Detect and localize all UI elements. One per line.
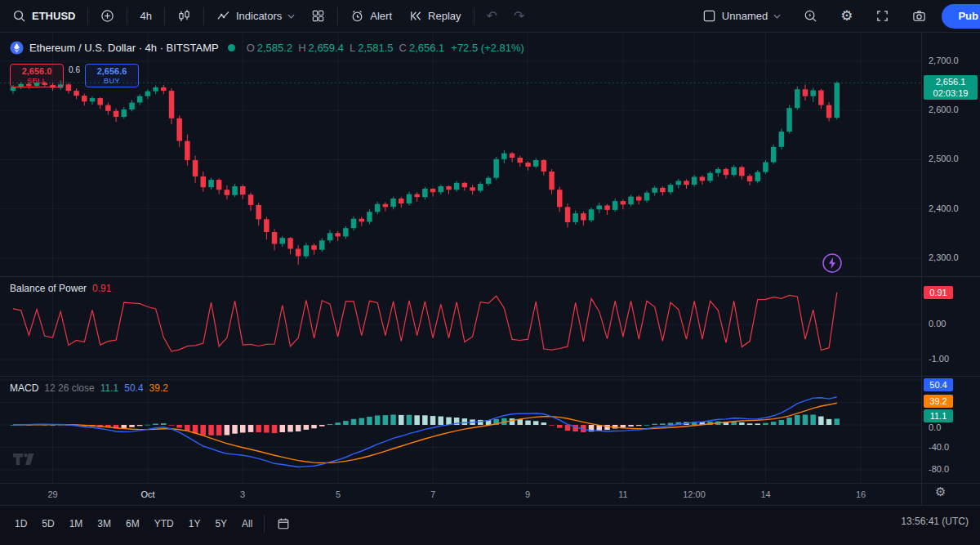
toolbar-separator	[203, 7, 204, 25]
range-button-5d[interactable]: 5D	[35, 515, 60, 533]
fullscreen-button[interactable]	[868, 4, 897, 29]
grid-icon	[311, 9, 325, 23]
price-axis-label: 2,500.0	[929, 154, 959, 165]
replay-button[interactable]: Replay	[401, 4, 468, 29]
alert-button[interactable]: Alert	[343, 4, 399, 29]
quick-search-button[interactable]	[796, 4, 825, 29]
bop-axis-label: -1.00	[929, 354, 949, 365]
chart-type-button[interactable]	[170, 4, 198, 29]
indicators-button[interactable]: Indicators	[209, 4, 302, 29]
layout-button[interactable]: Unnamed	[695, 4, 788, 29]
chevron-down-icon	[287, 14, 295, 19]
toolbar-left-group: ETHUSD 4h Ind	[5, 4, 532, 29]
layout-square-icon	[702, 9, 716, 23]
undo-icon: ↶	[487, 10, 497, 23]
symbol-description[interactable]: Ethereum / U.S. Dollar · 4h · BITSTAMP	[29, 42, 219, 54]
macd-legend: MACD 12 26 close 11.1 50.4 39.2	[10, 382, 168, 394]
price-change: +72.5 (+2.81%)	[451, 42, 524, 54]
snapshot-button[interactable]	[905, 4, 933, 29]
sell-label: SELL	[27, 77, 47, 85]
macd-hist-value: 11.1	[100, 382, 118, 394]
time-axis[interactable]: 29Oct35791112:001416	[0, 483, 980, 505]
macd-axis-label: -40.0	[929, 442, 949, 453]
redo-icon: ↷	[514, 10, 524, 23]
toolbar-separator	[337, 7, 338, 25]
time-axis-label: 3	[240, 489, 245, 499]
toolbar-right-group: Unnamed ⚙	[695, 4, 975, 29]
time-axis-label: Oct	[140, 489, 154, 499]
bop-value: 0.91	[92, 283, 111, 294]
range-button-all[interactable]: All	[235, 515, 259, 533]
time-axis-label: 11	[618, 489, 627, 499]
bop-legend: Balance of Power 0.91	[10, 283, 111, 294]
ohlc-values: O2,585.2H2,659.4L2,581.5C2,656.1+72.5 (+…	[241, 42, 524, 54]
ohlc-value: 2,585.2	[257, 42, 292, 54]
search-icon	[12, 9, 26, 23]
range-button-1y[interactable]: 1Y	[182, 515, 207, 533]
symbol-search-button[interactable]: ETHUSD	[5, 4, 82, 29]
range-toolbar: 1D5D1M3M6MYTD1Y5YAll	[8, 511, 297, 536]
macd-badge: 39.2	[924, 395, 953, 408]
macd-params: 12 26 close	[44, 382, 94, 394]
layout-name-label: Unnamed	[722, 10, 768, 22]
macd-signal-value: 39.2	[149, 382, 168, 394]
indicators-label: Indicators	[236, 10, 282, 22]
date-range-buttons: 1D5D1M3M6MYTD1Y5YAll	[8, 515, 259, 533]
undo-button[interactable]: ↶	[479, 4, 505, 29]
macd-title-label[interactable]: MACD	[10, 382, 38, 394]
camera-icon	[912, 9, 926, 23]
time-axis-label: 29	[47, 489, 57, 499]
macd-axis-label: -80.0	[929, 464, 949, 476]
redo-button[interactable]: ↷	[506, 4, 532, 29]
clock[interactable]: 13:56:41 (UTC)	[901, 516, 969, 527]
range-button-1d[interactable]: 1D	[8, 515, 33, 533]
toolbar-separator	[474, 7, 474, 25]
range-button-6m[interactable]: 6M	[119, 515, 146, 533]
last-price: 2,656.1	[925, 76, 976, 87]
price-axis-label: 2,700.0	[929, 56, 959, 67]
calendar-icon	[277, 517, 290, 530]
replay-label: Replay	[428, 10, 461, 22]
indicators-icon	[216, 9, 230, 23]
interval-label: 4h	[140, 10, 151, 22]
go-to-date-button[interactable]	[270, 511, 297, 536]
time-axis-label: 14	[760, 489, 770, 499]
lightning-button[interactable]	[822, 252, 843, 277]
spread-value: 0.6	[64, 64, 85, 87]
price-axis[interactable]: 2,656.1 02:03:19 0.91 ⚙ 2,700.02,600.02,…	[921, 33, 980, 505]
pane-separator[interactable]	[0, 376, 980, 377]
quick-search-icon	[804, 9, 817, 23]
compare-button[interactable]	[93, 4, 122, 29]
range-button-5y[interactable]: 5Y	[208, 515, 234, 533]
gear-icon: ⚙	[840, 9, 853, 23]
market-status-dot	[228, 44, 235, 51]
range-button-3m[interactable]: 3M	[91, 515, 118, 533]
interval-button[interactable]: 4h	[132, 4, 158, 29]
chevron-down-icon	[773, 14, 781, 19]
range-button-1m[interactable]: 1M	[63, 515, 90, 533]
bop-title-label[interactable]: Balance of Power	[10, 283, 87, 294]
settings-button[interactable]: ⚙	[833, 4, 860, 29]
ohlc-key: L	[350, 42, 355, 54]
publish-button[interactable]: Pub	[942, 4, 980, 29]
sell-button[interactable]: 2,656.0 SELL	[10, 64, 64, 87]
balance-of-power-pane[interactable]	[0, 276, 921, 376]
buy-price: 2,656.6	[97, 66, 127, 77]
macd-badge: 11.1	[924, 409, 953, 422]
ohlc-value: 2,659.4	[309, 42, 344, 54]
time-axis-label: 9	[525, 489, 530, 499]
time-axis-label: 12:00	[683, 489, 706, 499]
toolbar-separator	[87, 7, 88, 25]
buy-label: BUY	[104, 77, 120, 85]
symbol-label: ETHUSD	[32, 10, 75, 22]
axis-settings-gear-icon[interactable]: ⚙	[935, 485, 946, 499]
tradingview-logo[interactable]	[13, 452, 39, 470]
top-toolbar: ETHUSD 4h Ind	[0, 0, 980, 33]
bop-badge: 0.91	[924, 286, 953, 299]
indicator-templates-button[interactable]	[304, 4, 332, 29]
buy-button[interactable]: 2,656.6 BUY	[85, 64, 139, 87]
ohlc-value: 2,656.1	[409, 42, 444, 54]
range-button-ytd[interactable]: YTD	[148, 515, 180, 533]
candles-icon	[177, 9, 191, 23]
ohlc-value: 2,581.5	[358, 42, 393, 54]
